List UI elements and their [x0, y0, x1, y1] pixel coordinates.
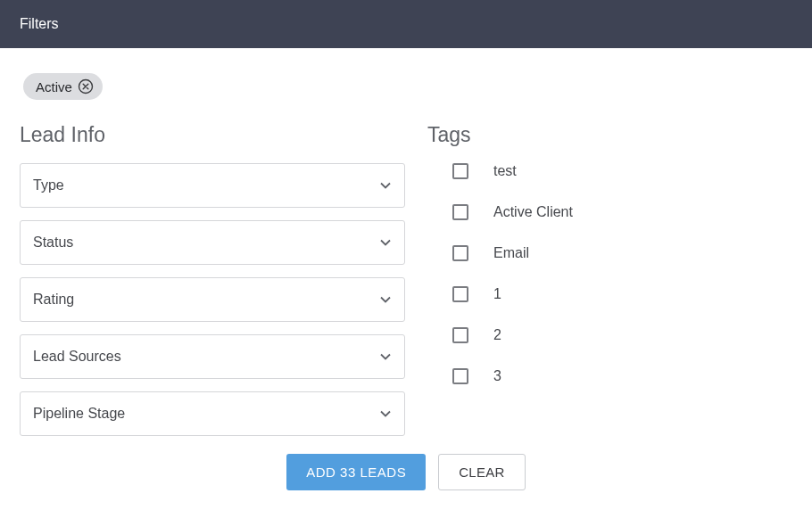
- tag-label: test: [493, 163, 517, 179]
- dropdown-status[interactable]: Status: [20, 220, 405, 265]
- tags-title: Tags: [427, 123, 792, 147]
- chevron-down-icon: [379, 179, 392, 192]
- tag-row-active-client: Active Client: [427, 204, 792, 220]
- dropdown-rating[interactable]: Rating: [20, 277, 405, 322]
- tag-row-1: 1: [427, 286, 792, 302]
- checkbox[interactable]: [452, 327, 468, 343]
- clear-button[interactable]: CLEAR: [438, 454, 526, 490]
- header-bar: Filters: [0, 0, 812, 48]
- content-area: Active Lead Info Type Status: [0, 48, 812, 510]
- tag-label: 3: [493, 368, 501, 384]
- dropdown-label: Type: [33, 177, 64, 193]
- actions-bar: ADD 33 LEADS CLEAR: [20, 454, 792, 490]
- close-circle-icon[interactable]: [78, 78, 94, 95]
- dropdown-label: Lead Sources: [33, 349, 121, 365]
- tag-label: 1: [493, 286, 501, 302]
- tag-label: Email: [493, 245, 529, 261]
- dropdown-label: Rating: [33, 292, 74, 308]
- chevron-down-icon: [379, 407, 392, 420]
- dropdown-type[interactable]: Type: [20, 163, 405, 208]
- dropdown-lead-sources[interactable]: Lead Sources: [20, 334, 405, 379]
- dropdown-pipeline-stage[interactable]: Pipeline Stage: [20, 391, 405, 436]
- tag-label: 2: [493, 327, 501, 343]
- chip-label: Active: [36, 79, 72, 95]
- chevron-down-icon: [379, 293, 392, 306]
- tag-row-2: 2: [427, 327, 792, 343]
- checkbox[interactable]: [452, 245, 468, 261]
- add-leads-button[interactable]: ADD 33 LEADS: [286, 454, 426, 490]
- tag-label: Active Client: [493, 204, 573, 220]
- checkbox[interactable]: [452, 204, 468, 220]
- lead-info-column: Lead Info Type Status Rating: [20, 123, 405, 448]
- chips-container: Active: [23, 73, 792, 100]
- checkbox[interactable]: [452, 368, 468, 384]
- columns: Lead Info Type Status Rating: [20, 123, 792, 448]
- tag-row-3: 3: [427, 368, 792, 384]
- checkbox[interactable]: [452, 163, 468, 179]
- checkbox[interactable]: [452, 286, 468, 302]
- lead-info-title: Lead Info: [20, 123, 405, 147]
- tag-row-email: Email: [427, 245, 792, 261]
- tags-column: Tags test Active Client Email 1 2: [423, 123, 792, 448]
- chevron-down-icon: [379, 350, 392, 363]
- filter-chip-active[interactable]: Active: [23, 73, 103, 100]
- dropdown-label: Status: [33, 234, 73, 251]
- dropdown-label: Pipeline Stage: [33, 406, 125, 422]
- chevron-down-icon: [379, 236, 392, 249]
- header-title: Filters: [20, 16, 59, 31]
- tag-row-test: test: [427, 163, 792, 179]
